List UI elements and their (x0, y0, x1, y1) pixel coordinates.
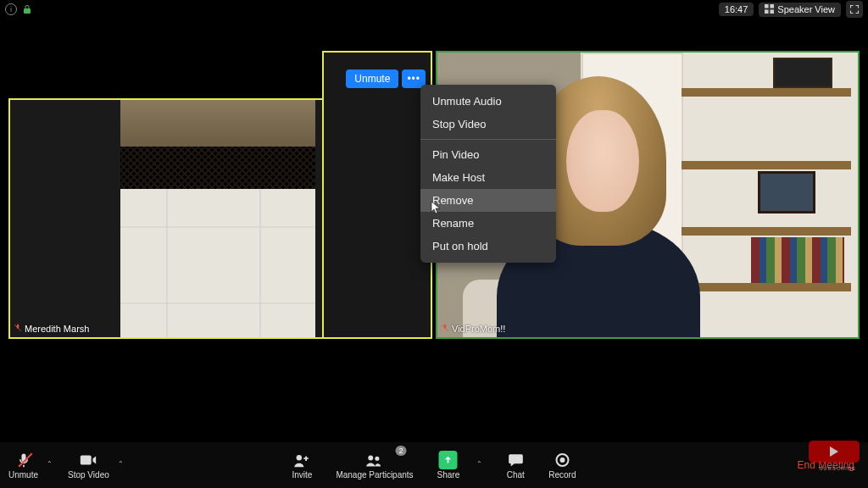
svg-point-6 (369, 456, 374, 461)
toolbar-chat-label: Chat (507, 470, 525, 480)
record-icon (553, 451, 571, 469)
toolbar-unmute-label: Unmute (8, 470, 38, 480)
speaker-view-button[interactable]: Speaker View (759, 3, 841, 17)
participant-name-tag: Meredith Marsh (14, 324, 89, 334)
cursor-icon (431, 201, 439, 213)
participants-icon (365, 451, 384, 469)
speaker-view-label: Speaker View (777, 4, 835, 14)
tile-unmute-button[interactable]: Unmute (346, 69, 398, 88)
video-icon (79, 451, 97, 469)
info-icon[interactable]: i (5, 3, 17, 15)
muted-mic-icon (441, 324, 449, 334)
participant-name-tag: VidProMom!! (441, 324, 505, 334)
participant-context-menu: Unmute Audio Stop Video Pin Video Make H… (420, 85, 556, 263)
meeting-toolbar: Unmute ⌃ Stop Video ⌃ Invite 2 Manage Pa… (0, 442, 868, 488)
toolbar-share-label: Share (437, 470, 460, 480)
top-bar-right: 16:47 Speaker View (719, 1, 863, 18)
muted-mic-icon (14, 324, 22, 334)
participants-count-badge: 2 (396, 446, 407, 456)
toolbar-center: Invite 2 Manage Participants Share ⌃ Cha… (292, 451, 576, 480)
participant-name: VidProMom!! (452, 324, 505, 334)
toolbar-manage-participants-label: Manage Participants (336, 470, 413, 480)
top-bar-left: i (5, 3, 32, 15)
participant-name: Meredith Marsh (25, 324, 89, 334)
svg-point-5 (297, 455, 302, 460)
top-bar: i 16:47 Speaker View (0, 0, 868, 19)
toolbar-share-button[interactable]: Share (437, 451, 460, 480)
svg-rect-2 (765, 9, 769, 14)
subscribe-overlay: SUBSCRIBE (819, 466, 856, 471)
menu-item-make-host[interactable]: Make Host (420, 166, 556, 189)
toolbar-left: Unmute ⌃ Stop Video ⌃ (8, 451, 124, 480)
toolbar-record-label: Record (548, 470, 576, 480)
menu-item-pin-video[interactable]: Pin Video (420, 143, 556, 166)
share-screen-icon (439, 451, 458, 469)
svg-rect-0 (765, 4, 769, 8)
audio-options-caret[interactable]: ⌃ (47, 460, 53, 468)
toolbar-invite-button[interactable]: Invite (292, 451, 312, 480)
toolbar-chat-button[interactable]: Chat (506, 451, 525, 480)
svg-rect-3 (771, 9, 775, 14)
youtube-logo-overlay (809, 441, 860, 463)
toolbar-record-button[interactable]: Record (548, 451, 576, 480)
menu-divider (420, 139, 556, 140)
video-tile-participant-2[interactable]: Unmute ••• (322, 51, 432, 339)
toolbar-stop-video-label: Stop Video (68, 470, 109, 480)
menu-item-put-on-hold[interactable]: Put on hold (420, 235, 556, 258)
svg-point-7 (376, 457, 380, 461)
menu-item-stop-video[interactable]: Stop Video (420, 113, 556, 136)
toolbar-manage-participants-button[interactable]: 2 Manage Participants (336, 451, 413, 480)
meeting-timer: 16:47 (719, 3, 754, 16)
chat-icon (506, 451, 525, 469)
video-options-caret[interactable]: ⌃ (118, 460, 124, 468)
share-options-caret[interactable]: ⌃ (476, 460, 482, 468)
lock-icon (22, 4, 32, 14)
toolbar-invite-label: Invite (292, 470, 312, 480)
menu-item-rename[interactable]: Rename (420, 212, 556, 235)
microphone-muted-icon (14, 451, 33, 469)
tile-hover-controls: Unmute ••• (346, 69, 426, 88)
menu-item-remove[interactable]: Remove (420, 189, 556, 212)
toolbar-unmute-button[interactable]: Unmute (8, 451, 38, 480)
grid-icon (765, 4, 774, 15)
toolbar-stop-video-button[interactable]: Stop Video (68, 451, 109, 480)
svg-rect-1 (771, 4, 775, 8)
menu-item-unmute-audio[interactable]: Unmute Audio (420, 90, 556, 113)
svg-rect-4 (81, 456, 92, 465)
invite-icon (292, 451, 311, 469)
fullscreen-button[interactable] (846, 1, 863, 18)
